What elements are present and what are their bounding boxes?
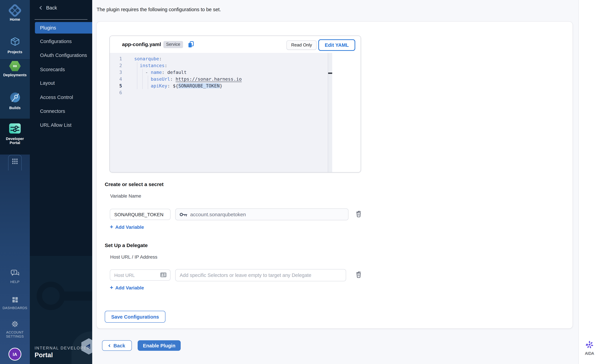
aida-label: AIDA xyxy=(579,351,600,355)
gear-icon xyxy=(11,320,19,328)
subnav-item-layout[interactable]: Layout xyxy=(30,77,92,89)
indent-guide xyxy=(142,69,143,89)
configuration-card: app-config.yaml Service Read Only Edit Y… xyxy=(97,22,572,328)
brand-line-1: INTERNAL DEVELOPER xyxy=(35,346,90,350)
input-type-card-icon[interactable] xyxy=(160,272,167,277)
back-button[interactable]: Back xyxy=(102,340,132,351)
user-avatar[interactable]: IA xyxy=(9,348,21,361)
brand-block: INTERNAL DEVELOPER Portal xyxy=(35,346,90,359)
copy-icon[interactable] xyxy=(188,41,194,48)
add-variable-link-delegate[interactable]: + Add Variable xyxy=(110,285,144,290)
sidebar-item-dashboards[interactable]: DASHBOARDS xyxy=(0,296,30,310)
utility-label: DASHBOARDS xyxy=(0,306,30,310)
secret-section-title: Create or select a secret xyxy=(105,181,164,187)
subnav-back-button[interactable]: Back xyxy=(40,5,57,10)
edit-yaml-button[interactable]: Edit YAML xyxy=(318,39,355,51)
service-badge: Service xyxy=(163,41,183,48)
sidebar-item-home[interactable]: Home xyxy=(0,4,30,21)
module-rail: Home Projects Deployments xyxy=(0,0,30,364)
enable-plugin-button[interactable]: Enable Plugin xyxy=(138,340,181,351)
add-variable-label: Add Variable xyxy=(115,285,144,290)
sidebar-item-help[interactable]: ? HELP xyxy=(0,270,30,284)
chevron-left-icon xyxy=(39,6,43,10)
sidebar-item-developer-portal[interactable]: Developer Portal xyxy=(0,123,30,145)
sidebar-item-account-settings[interactable]: ACCOUNT SETTINGS xyxy=(0,320,30,338)
decorative-bar xyxy=(64,291,92,301)
subnav-divider xyxy=(35,19,87,20)
plus-icon: + xyxy=(110,285,113,290)
utility-label: ACCOUNT SETTINGS xyxy=(4,330,26,338)
cube-icon xyxy=(10,36,20,47)
yaml-editor-card: app-config.yaml Service Read Only Edit Y… xyxy=(110,36,361,173)
delete-delegate-row-icon[interactable] xyxy=(355,271,362,278)
sidebar-item-projects[interactable]: Projects xyxy=(0,36,30,54)
help-chat-icon: ? xyxy=(10,270,19,277)
back-label: Back xyxy=(46,5,57,10)
module-label: Developer Portal xyxy=(4,137,25,145)
aida-flower-icon xyxy=(585,340,594,349)
delete-variable-icon[interactable] xyxy=(355,210,362,218)
plus-icon: + xyxy=(110,225,113,229)
svg-text:?: ? xyxy=(13,271,15,274)
add-variable-link-secret[interactable]: + Add Variable xyxy=(110,224,144,230)
chevron-left-icon xyxy=(108,344,111,347)
subnav-item-connectors[interactable]: Connectors xyxy=(30,105,92,117)
yaml-editor-header: app-config.yaml Service Read Only Edit Y… xyxy=(110,36,361,53)
secret-select-field[interactable]: account.sonarqubetoken xyxy=(175,208,348,220)
builds-icon xyxy=(10,92,20,103)
subnav-item-scorecards[interactable]: Scorecards xyxy=(30,64,92,75)
module-label: Home xyxy=(0,17,30,21)
sidebar-item-builds[interactable]: Builds xyxy=(0,92,30,110)
file-name: app-config.yaml xyxy=(122,41,161,47)
editor-code: sonarqube: instances: - name: default ba… xyxy=(134,53,242,173)
app-screen: Home Projects Deployments xyxy=(0,0,600,364)
subnav-item-configurations[interactable]: Configurations xyxy=(30,36,92,47)
subnav-artwork: INTERNAL DEVELOPER Portal xyxy=(30,256,92,364)
module-label: Deployments xyxy=(0,73,30,77)
back-button-label: Back xyxy=(113,343,125,348)
editor-scrollbar-thumb[interactable] xyxy=(328,73,332,74)
sidebar-item-deployments[interactable]: Deployments xyxy=(0,61,30,77)
indent-guide xyxy=(148,75,148,89)
plugin-subnav: Back Plugins Configurations OAuth Config… xyxy=(30,0,92,364)
variable-name-label: Variable Name xyxy=(110,193,141,199)
delegate-selector-input[interactable] xyxy=(175,269,346,281)
aida-assistant-button[interactable]: AIDA xyxy=(579,340,600,355)
read-only-button[interactable]: Read Only xyxy=(286,40,317,50)
harness-logo-icon xyxy=(8,3,22,18)
module-grid-icon[interactable] xyxy=(12,159,18,164)
variable-name-input[interactable] xyxy=(110,209,170,220)
dashboards-icon xyxy=(11,296,19,303)
key-icon xyxy=(180,212,187,216)
subnav-item-access-control[interactable]: Access Control xyxy=(30,92,92,103)
brand-line-2: Portal xyxy=(35,351,90,359)
editor-scrollbar[interactable] xyxy=(328,53,332,173)
subnav-item-oauth-configurations[interactable]: OAuth Configurations xyxy=(30,49,92,61)
save-configurations-button[interactable]: Save Configurations xyxy=(105,311,165,323)
subnav-item-url-allow-list[interactable]: URL Allow List xyxy=(30,119,92,131)
subnav-item-plugins[interactable]: Plugins xyxy=(35,22,92,34)
page-intro-text: The plugin requires the following config… xyxy=(97,7,221,12)
add-variable-label: Add Variable xyxy=(115,224,144,230)
deployments-infinity-icon xyxy=(9,61,21,71)
host-url-label: Host URL / IP Address xyxy=(110,254,158,260)
aida-rail: AIDA xyxy=(578,0,600,364)
developer-portal-icon xyxy=(9,123,21,133)
module-label: Projects xyxy=(0,50,30,54)
main-content: The plugin requires the following config… xyxy=(92,0,578,364)
delegate-section-title: Set Up a Delegate xyxy=(105,242,148,248)
editor-gutter: 123456 xyxy=(110,53,126,173)
yaml-code-editor[interactable]: 123456 sonarqube: instances: - name: def… xyxy=(110,53,328,173)
module-label: Builds xyxy=(0,106,30,110)
utility-label: HELP xyxy=(0,280,30,284)
secret-reference-value: account.sonarqubetoken xyxy=(190,212,246,217)
decorative-ring xyxy=(37,282,65,310)
indent-guide xyxy=(137,62,137,89)
